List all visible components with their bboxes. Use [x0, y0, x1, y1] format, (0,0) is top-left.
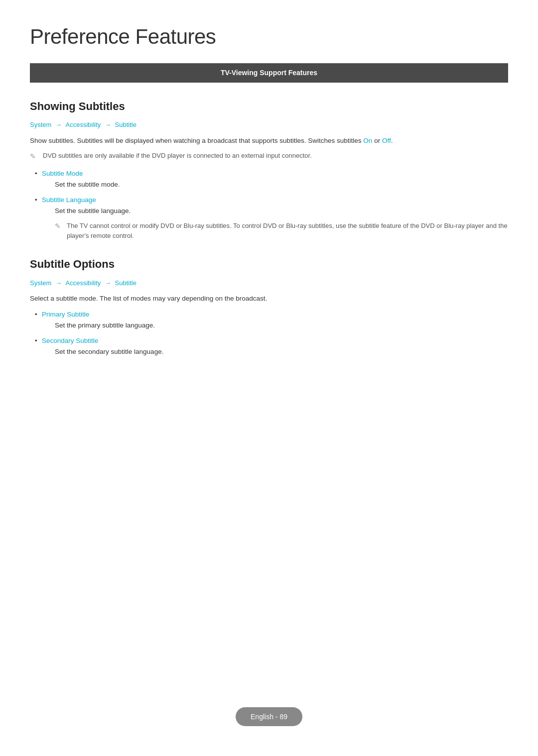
showing-subtitles-heading: Showing Subtitles [30, 98, 508, 115]
primary-subtitle-item: Primary Subtitle Set the primary subtitl… [35, 309, 508, 330]
primary-subtitle-desc: Set the primary subtitle language. [42, 320, 508, 331]
subtitle-options-description: Select a subtitle mode. The list of mode… [30, 293, 508, 304]
primary-subtitle-link[interactable]: Primary Subtitle [42, 311, 89, 318]
footer-badge: English - 89 [236, 707, 302, 726]
breadcrumb-arrow-2: → [103, 121, 113, 128]
page-title: Preference Features [30, 20, 508, 53]
on-link[interactable]: On [363, 137, 372, 144]
subtitle-options-heading: Subtitle Options [30, 255, 508, 273]
subtitle-mode-desc: Set the subtitle mode. [42, 179, 508, 190]
showing-subtitles-breadcrumb: System → Accessibility → Subtitle [30, 120, 508, 130]
breadcrumb-system[interactable]: System [30, 121, 51, 128]
subtitle-language-desc: Set the subtitle language. [42, 206, 508, 216]
subtitle-mode-item: Subtitle Mode Set the subtitle mode. [35, 168, 508, 190]
breadcrumb-arrow-4: → [103, 279, 113, 287]
dvd-note: DVD subtitles are only available if the … [30, 151, 508, 161]
breadcrumb-arrow-1: → [53, 121, 63, 128]
showing-subtitles-description: Show subtitles. Subtitles will be displa… [30, 135, 508, 146]
subtitle-bluray-note: The TV cannot control or modify DVD or B… [42, 221, 508, 240]
subtitle-options-list: Primary Subtitle Set the primary subtitl… [35, 309, 508, 357]
subtitle-language-item: Subtitle Language Set the subtitle langu… [35, 195, 508, 240]
secondary-subtitle-link[interactable]: Secondary Subtitle [42, 337, 98, 344]
subtitle-options-breadcrumb: System → Accessibility → Subtitle [30, 278, 508, 289]
off-link[interactable]: Off [382, 137, 391, 144]
breadcrumb-accessibility-1[interactable]: Accessibility [66, 121, 101, 128]
secondary-subtitle-item: Secondary Subtitle Set the secondary sub… [35, 335, 508, 357]
breadcrumb-accessibility-2[interactable]: Accessibility [66, 279, 101, 287]
showing-subtitles-list: Subtitle Mode Set the subtitle mode. Sub… [35, 168, 508, 240]
footer: English - 89 [0, 707, 538, 726]
breadcrumb-subtitle-1[interactable]: Subtitle [115, 121, 136, 128]
subtitle-mode-link[interactable]: Subtitle Mode [42, 170, 83, 177]
section-banner: TV-Viewing Support Features [30, 63, 508, 82]
subtitle-language-link[interactable]: Subtitle Language [42, 196, 96, 204]
breadcrumb-subtitle-2[interactable]: Subtitle [115, 279, 136, 287]
breadcrumb-arrow-3: → [53, 279, 63, 287]
secondary-subtitle-desc: Set the secondary subtitle language. [42, 346, 508, 357]
breadcrumb-system-2[interactable]: System [30, 279, 51, 287]
